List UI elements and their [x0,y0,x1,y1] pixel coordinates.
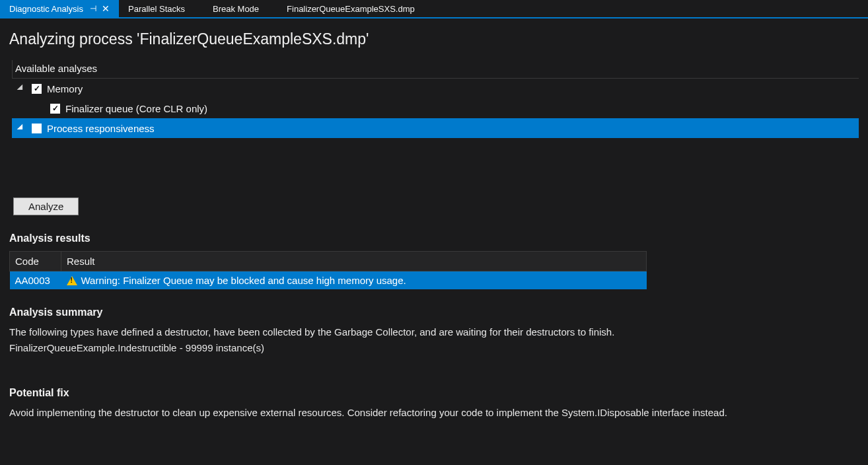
col-header-code[interactable]: Code [10,252,61,271]
tab-label: Break Mode [213,4,259,14]
checkbox-process-responsiveness[interactable] [32,124,42,133]
analyze-button[interactable]: Analyze [13,197,79,215]
page-content: Analyzing process 'FinalizerQueueExample… [0,18,868,419]
tree-label: Memory [47,83,83,94]
results-header-row: Code Result [10,252,647,271]
expander-icon[interactable] [17,124,26,133]
page-title: Analyzing process 'FinalizerQueueExample… [9,30,859,48]
analysis-summary-body: The following types have defined a destr… [9,325,859,355]
result-text: Warning: Finalizer Queue may be blocked … [61,271,647,290]
tab-break-mode[interactable]: Break Mode [194,0,277,17]
checkbox-finalizer[interactable] [50,104,60,114]
checkbox-memory[interactable] [32,84,42,94]
fix-text: Avoid implementing the destructor to cle… [9,406,859,420]
analyze-area: Analyze [9,138,859,215]
tab-label: Parallel Stacks [128,4,185,14]
close-icon[interactable]: ✕ [102,4,110,13]
result-code: AA0003 [10,271,61,290]
summary-line: The following types have defined a destr… [9,325,859,340]
table-row[interactable]: AA0003 Warning: Finalizer Queue may be b… [10,271,647,290]
results-table: Code Result AA0003 Warning: Finalizer Qu… [9,251,647,289]
tree-label: Process responsiveness [47,123,155,134]
expander-icon[interactable] [17,85,26,93]
tab-label: Diagnostic Analysis [9,4,83,14]
summary-line: FinalizerQueueExample.Indestructible - 9… [9,341,859,355]
tab-label: FinalizerQueueExampleSXS.dmp [287,4,415,14]
warning-icon [67,276,77,285]
tree-row-memory[interactable]: Memory [12,79,859,98]
potential-fix-title: Potential fix [9,387,859,399]
tree-row-finalizer-queue[interactable]: Finalizer queue (Core CLR only) [12,98,859,118]
col-header-result[interactable]: Result [61,252,647,271]
tab-dump-file[interactable]: FinalizerQueueExampleSXS.dmp [277,0,424,17]
tab-diagnostic-analysis[interactable]: Diagnostic Analysis ⊣ ✕ [0,0,119,17]
tab-parallel-stacks[interactable]: Parallel Stacks [119,0,194,17]
tree-label: Finalizer queue (Core CLR only) [65,103,207,114]
tree-row-process-responsiveness[interactable]: Process responsiveness [12,118,859,138]
analysis-summary-title: Analysis summary [9,306,859,318]
potential-fix-body: Avoid implementing the destructor to cle… [9,406,859,420]
pin-icon[interactable]: ⊣ [90,4,96,13]
analysis-results-title: Analysis results [9,232,859,244]
available-analyses-header: Available analyses [12,60,859,78]
tab-strip: Diagnostic Analysis ⊣ ✕ Parallel Stacks … [0,0,868,18]
analyses-tree: Memory Finalizer queue (Core CLR only) P… [12,78,859,138]
available-analyses: Available analyses Memory Finalizer queu… [9,60,859,138]
